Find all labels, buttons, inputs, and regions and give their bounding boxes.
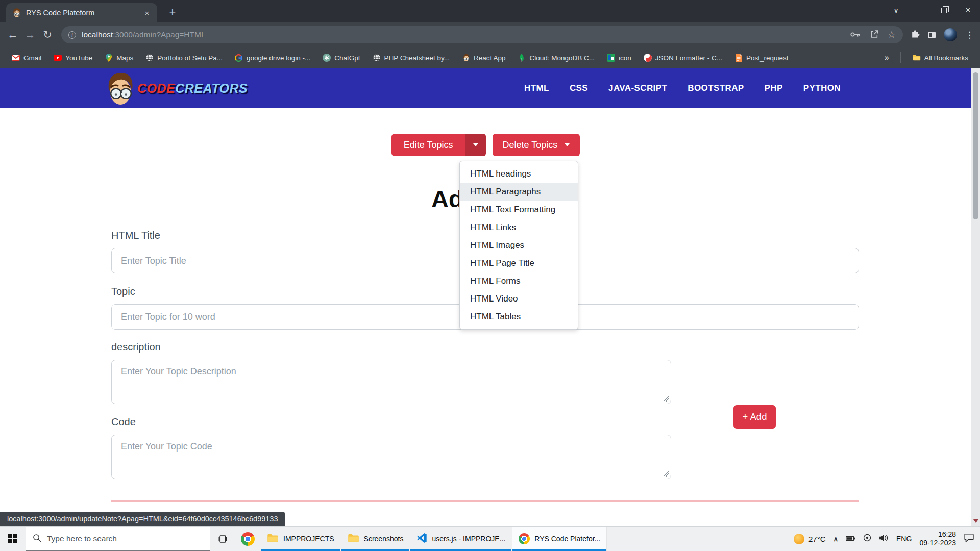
youtube-icon (54, 54, 62, 62)
weather-widget[interactable]: 27°C (794, 534, 826, 544)
tab-search-chevron-icon[interactable]: ∨ (884, 0, 908, 20)
bookmark-item[interactable]: icon (602, 52, 636, 64)
share-icon[interactable] (870, 30, 878, 40)
nav-item-html[interactable]: HTML (524, 83, 549, 93)
site-logo[interactable]: CODECREATORS (105, 71, 248, 106)
nav-item-bootstrap[interactable]: BOOTSTRAP (688, 83, 744, 93)
add-button[interactable]: + Add (733, 405, 776, 429)
mascot-logo-icon (105, 71, 136, 106)
site-nav: HTML CSS JAVA-SCRIPT BOOTSTRAP PHP PYTHO… (524, 83, 841, 93)
bookmark-item[interactable]: Cloud: MongoDB C... (513, 52, 599, 64)
address-bar[interactable]: i localhost:3000/admin?Apag=HTML ☆ (61, 26, 903, 43)
bookmark-item[interactable]: Gmail (7, 52, 46, 64)
bookmark-item[interactable]: React App (457, 52, 510, 64)
new-tab-button[interactable]: + (164, 4, 181, 20)
bookmark-item[interactable]: Maps (100, 52, 138, 64)
resize-grip-icon[interactable] (663, 470, 669, 477)
profile-avatar[interactable] (944, 28, 957, 41)
tab-close-icon[interactable]: × (142, 8, 152, 18)
delete-topics-label: Delete Topics (503, 140, 558, 151)
search-icon (33, 534, 41, 544)
divider (900, 52, 901, 63)
battery-icon[interactable] (846, 534, 855, 543)
chrome-icon (519, 533, 530, 544)
taskbar-app-screenshots[interactable]: Screenshots (341, 527, 410, 551)
taskbar-search[interactable]: Type here to search (26, 527, 210, 551)
description-textarea[interactable] (111, 360, 671, 404)
bookmarks-bar: Gmail YouTube Maps Portfolio of Setu Pa.… (0, 47, 980, 68)
dropdown-item[interactable]: HTML Forms (460, 272, 578, 290)
sun-icon (794, 534, 804, 544)
forward-icon[interactable]: → (21, 26, 39, 43)
tray-chevron-up-icon[interactable]: ∧ (834, 535, 839, 543)
all-bookmarks-button[interactable]: All Bookmarks (908, 52, 973, 64)
page-scrollbar[interactable] (971, 68, 980, 526)
back-icon[interactable]: ← (4, 26, 21, 43)
bookmark-star-icon[interactable]: ☆ (888, 30, 896, 39)
edit-topics-label[interactable]: Edite Topics (391, 134, 465, 156)
edit-topics-dropdown-toggle[interactable] (465, 134, 486, 156)
bookmark-item[interactable]: Post_requiest (730, 52, 793, 64)
minimize-button[interactable]: — (908, 0, 932, 20)
nav-item-javascript[interactable]: JAVA-SCRIPT (608, 83, 667, 93)
site-info-icon[interactable]: i (68, 31, 76, 39)
restore-button[interactable] (932, 0, 956, 20)
bookmark-item[interactable]: JSON Formatter - C... (639, 52, 727, 64)
bookmark-item[interactable]: PHP Cheatsheet by... (368, 52, 455, 64)
taskbar-app-vscode[interactable]: users.js - IMPPROJE... (410, 527, 512, 551)
nav-item-python[interactable]: PYTHON (803, 83, 841, 93)
dropdown-item[interactable]: HTML Tables (460, 308, 578, 325)
dropdown-item[interactable]: HTML Page Title (460, 254, 578, 272)
topics-dropdown-menu: HTML headings HTML Paragraphs HTML Text … (459, 161, 578, 330)
bookmark-item[interactable]: ChatGpt (318, 52, 364, 64)
meet-now-icon[interactable] (863, 534, 871, 544)
delete-topics-button[interactable]: Delete Topics (493, 134, 580, 156)
taskbar-app-rys-chrome[interactable]: RYS Code Platefor... (512, 527, 607, 551)
browser-tab[interactable]: RYS Code Plateform × (6, 3, 157, 22)
task-view-button[interactable] (210, 527, 235, 551)
dropdown-item[interactable]: HTML headings (460, 165, 578, 183)
nav-item-css[interactable]: CSS (570, 83, 588, 93)
menu-dots-icon[interactable]: ⋮ (965, 30, 974, 40)
language-indicator[interactable]: ENG (896, 535, 912, 543)
avatar-favicon (462, 54, 470, 62)
green-app-icon (607, 54, 615, 62)
bookmark-item[interactable]: google drive login -... (230, 52, 315, 64)
date: 09-12-2023 (919, 539, 956, 547)
clock[interactable]: 16:28 09-12-2023 (919, 530, 956, 547)
chrome-taskbar-button[interactable] (235, 527, 260, 551)
chrome-icon (241, 532, 255, 546)
reload-icon[interactable]: ↻ (39, 26, 56, 43)
bookmark-item[interactable]: Portfolio of Setu Pa... (141, 52, 227, 64)
scrollbar-down-arrow-icon[interactable] (973, 519, 978, 523)
time: 16:28 (919, 530, 956, 539)
taskbar-app-impprojects[interactable]: IMPPROJECTS (260, 527, 341, 551)
google-g-icon (235, 54, 243, 62)
search-placeholder: Type here to search (47, 534, 117, 543)
bookmark-item[interactable]: YouTube (49, 52, 97, 64)
bookmarks-overflow-icon[interactable]: » (880, 53, 893, 62)
resize-grip-icon[interactable] (663, 395, 669, 402)
browser-toolbar: ← → ↻ i localhost:3000/admin?Apag=HTML ☆… (0, 22, 980, 47)
folder-icon (913, 54, 921, 62)
site-favicon (12, 8, 21, 18)
close-window-button[interactable]: × (956, 0, 980, 20)
extensions-puzzle-icon[interactable] (910, 29, 920, 41)
dropdown-item[interactable]: HTML Video (460, 290, 578, 308)
start-button[interactable] (0, 527, 26, 551)
code-textarea[interactable] (111, 435, 671, 479)
notification-center-icon[interactable] (964, 533, 974, 544)
dropdown-item[interactable]: HTML Text Formatting (460, 201, 578, 218)
nav-item-php[interactable]: PHP (765, 83, 783, 93)
dropdown-item[interactable]: HTML Images (460, 236, 578, 254)
password-key-icon[interactable] (850, 30, 861, 39)
dropdown-item-active[interactable]: HTML Paragraphs (460, 183, 578, 201)
dropdown-item[interactable]: HTML Links (460, 218, 578, 236)
edit-topics-split-button[interactable]: Edite Topics (391, 134, 486, 156)
description-label: description (111, 341, 161, 353)
task-view-icon (218, 535, 227, 543)
vscode-icon (416, 533, 427, 545)
scrollbar-thumb[interactable] (973, 72, 978, 219)
speaker-icon[interactable] (879, 534, 889, 544)
side-panel-icon[interactable] (928, 32, 936, 38)
